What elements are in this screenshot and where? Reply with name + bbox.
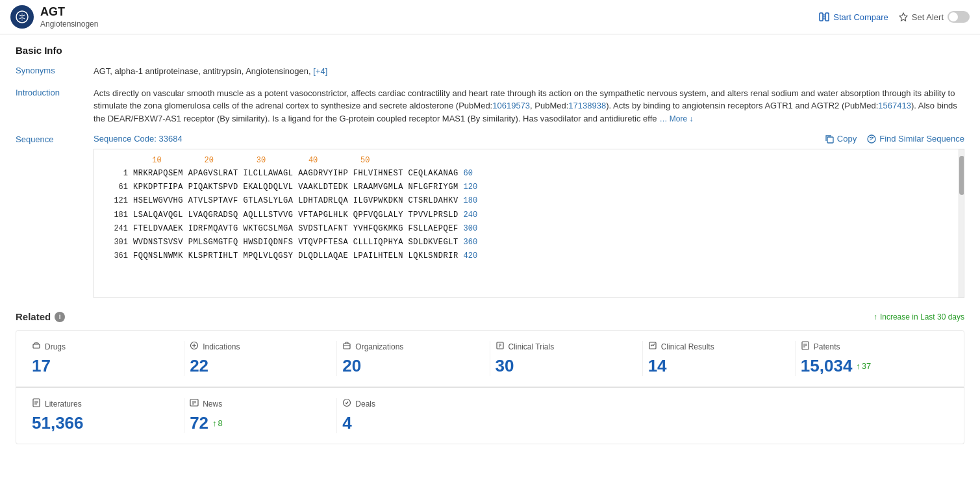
seq-line-start: 241 [105,223,128,235]
sequence-line: 301 WVDNSTSVSV PMLSGMGTFQ HWSDIQDNFS VTQ… [105,236,953,249]
main-content: Basic Info Synonyms AGT, alpha-1 antipro… [0,34,980,455]
alert-toggle[interactable] [948,11,970,23]
sequence-label: Sequence [16,134,94,144]
stat-value: 4 [342,413,484,433]
compare-label: Start Compare [833,12,888,22]
stat-label-text: Drugs [45,342,66,351]
sequence-actions: Copy Find Similar Sequence [825,134,964,144]
seq-line-end: 360 [464,236,478,249]
stat-item[interactable]: Patents 15,034↑ 37 [796,341,948,376]
page-header: AGT Angiotensinogen Start Compare Set Al… [0,0,980,34]
seq-line-start: 301 [105,236,128,249]
copy-icon [825,134,834,144]
start-compare-button[interactable]: Start Compare [819,12,888,22]
svg-rect-7 [827,137,833,143]
synonyms-value: AGT, alpha-1 antiproteinase, antitrypsin… [94,65,964,78]
ruler-50: 50 [342,156,389,165]
stat-icon [801,341,810,352]
pubmed2-link[interactable]: 17138938 [568,101,606,110]
header-right: Start Compare Set Alert [819,11,970,23]
stat-label: Literatures [32,398,179,409]
pubmed3-link[interactable]: 1567413 [878,101,911,110]
stat-icon [342,398,351,409]
stat-item[interactable]: Clinical Results 14 [643,341,796,376]
stat-icon [190,398,199,409]
stat-value: 15,034↑ 37 [801,356,943,376]
stat-icon [342,341,351,352]
introduction-row: Introduction Acts directly on vascular s… [16,87,964,125]
ruler-20: 20 [185,156,232,165]
stat-label-text: Clinical Results [661,342,714,351]
related-stats-row2: Literatures 51,366 News 72↑ 8 Deals 4 [16,388,964,444]
synonyms-more-link[interactable]: [+4] [313,66,327,76]
seq-line-text: HSELWGVVHG ATVLSPTAVF GTLASLYLGA LDHTADR… [133,195,459,207]
seq-line-start: 121 [105,195,128,207]
stat-icon [496,341,505,352]
svg-rect-15 [344,344,350,349]
seq-line-text: FTELDVAAEK IDRFMQAVTG WKTGCSLMGA SVDSTLA… [133,223,459,235]
svg-rect-2 [820,13,823,21]
seq-line-end: 180 [464,195,478,207]
stat-item[interactable]: Indications 22 [184,341,337,376]
gene-full-name: Angiotensinogen [40,19,98,29]
seq-line-end: 420 [464,250,478,262]
stat-label: Deals [342,398,484,409]
related-info-badge[interactable]: i [55,312,65,322]
set-alert-button[interactable]: Set Alert [899,11,970,23]
introduction-label: Introduction [16,87,94,97]
sequence-lines: 1 MRKRAPQSEM APAGVSLRAT ILCLLAWAGL AAGDR… [105,168,953,262]
copy-label: Copy [837,134,857,144]
stat-label-text: Deals [355,399,375,409]
seq-line-start: 1 [105,168,128,180]
stat-label-text: Indications [203,342,240,351]
stat-label: Clinical Trials [496,341,637,352]
stat-value: 17 [32,356,179,376]
ruler-10: 10 [133,156,181,165]
seq-line-text: FQQNSLNWMK KLSPRTIHLT MPQLVLQGSY DLQDLLA… [133,250,459,262]
synonyms-label: Synonyms [16,65,94,75]
seq-line-start: 181 [105,209,128,221]
stat-item[interactable]: Literatures 51,366 [32,398,184,433]
copy-button[interactable]: Copy [825,134,857,144]
alert-label: Set Alert [912,12,944,22]
seq-line-text: WVDNSTSVSV PMLSGMGTFQ HWSDIQDNFS VTQVPFT… [133,236,459,249]
increase-text-label: Increase in Last 30 days [880,312,964,322]
sequence-line: 181 LSALQAVQGL LVAQGRADSQ AQLLLSTVVG VFT… [105,209,953,221]
stat-label: Patents [801,341,943,352]
seq-line-end: 240 [464,209,478,221]
stat-label: Indications [190,341,331,352]
synonyms-text: AGT, alpha-1 antiproteinase, antitrypsin… [94,66,311,76]
stat-label: Organizations [342,341,484,352]
intro-text-part3: ). Acts by binding to angiotensin recept… [606,101,878,110]
sequence-content: Sequence Code: 33684 Copy [94,134,964,298]
seq-line-text: KPKDPTFIPA PIQAKTSPVD EKALQDQLVL VAAKLDT… [133,181,459,194]
related-label: Related [16,311,51,322]
arrow-up-icon: ↑ [873,312,877,322]
stat-item[interactable]: News 72↑ 8 [184,398,337,433]
pubmed1-link[interactable]: 10619573 [492,101,530,110]
seq-line-start: 61 [105,181,128,194]
stat-item[interactable]: Organizations 20 [337,341,490,376]
basic-info-title: Basic Info [16,45,964,56]
gene-symbol: AGT [40,5,98,19]
stat-item[interactable]: Deals 4 [337,398,490,433]
synonyms-row: Synonyms AGT, alpha-1 antiproteinase, an… [16,65,964,78]
increase-label: ↑ Increase in Last 30 days [873,312,964,322]
ruler-30: 30 [237,156,284,165]
scrollbar[interactable] [959,149,964,297]
intro-more-link[interactable]: … More ↓ [660,114,694,123]
sequence-box[interactable]: 10 20 30 40 50 1 MRKRAPQSEM APAGVSLRAT I… [94,149,964,298]
seq-line-end: 300 [464,223,478,235]
find-similar-button[interactable]: Find Similar Sequence [867,134,964,144]
stat-label-text: News [203,399,222,409]
stat-value: 30 [496,356,637,376]
sequence-line: 61 KPKDPTFIPA PIQAKTSPVD EKALQDQLVL VAAK… [105,181,953,194]
svg-point-9 [870,137,871,138]
ruler-40: 40 [290,156,337,165]
svg-rect-11 [33,344,40,348]
stat-item[interactable]: Clinical Trials 30 [490,341,643,376]
stat-icon [32,398,41,409]
related-header: Related i ↑ Increase in Last 30 days [16,311,964,322]
stat-item[interactable]: Drugs 17 [32,341,184,376]
sequence-line: 1 MRKRAPQSEM APAGVSLRAT ILCLLAWAGL AAGDR… [105,168,953,180]
